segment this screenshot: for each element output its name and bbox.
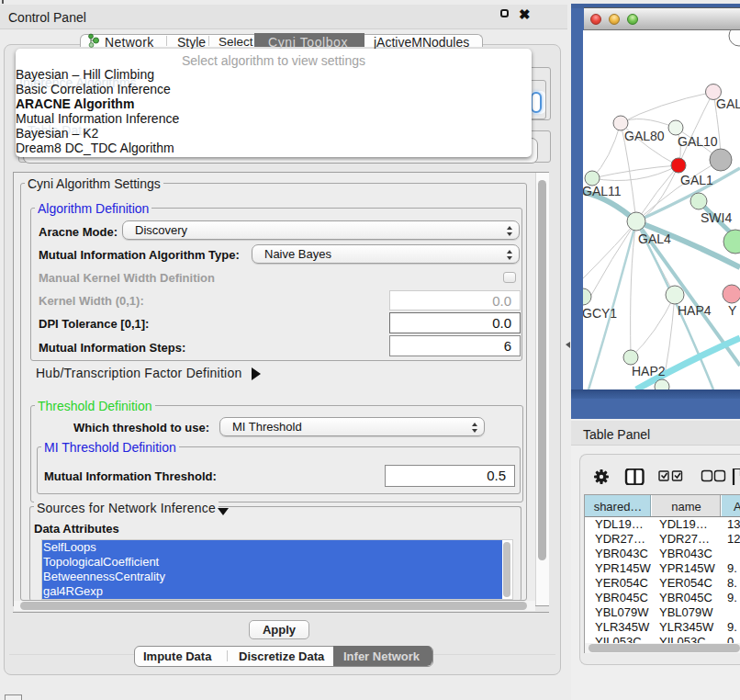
svg-text:GAL1: GAL1 [680,173,713,187]
svg-text:HAP4: HAP4 [678,303,712,318]
svg-text:Y: Y [728,303,737,318]
svg-text:GAL4: GAL4 [638,231,671,246]
svg-text:GAL: GAL [716,96,740,111]
svg-text:GCY1: GCY1 [583,306,617,321]
svg-text:GAL10: GAL10 [678,134,718,149]
svg-text:HAP2: HAP2 [632,364,666,378]
svg-text:GAL80: GAL80 [624,129,665,143]
svg-text:GAL11: GAL11 [583,184,622,198]
svg-text:SWI4: SWI4 [701,210,732,225]
